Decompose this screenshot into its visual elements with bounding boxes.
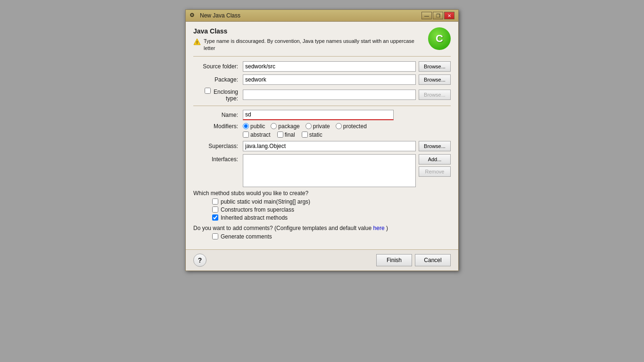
abstract-checkbox[interactable] — [243, 132, 249, 138]
generate-comments-label[interactable]: Generate comments — [221, 233, 272, 240]
stub-constructors-checkbox[interactable] — [212, 206, 218, 213]
dialog-title: New Java Class — [200, 12, 240, 19]
interfaces-label: Interfaces: — [193, 156, 243, 163]
stubs-options: public static void main(String[] args) C… — [212, 198, 451, 221]
stub-item-main: public static void main(String[] args) — [212, 198, 451, 205]
comments-section: Do you want to add comments? (Configure … — [193, 225, 451, 240]
package-label: Package: — [193, 76, 243, 83]
comments-text: Do you want to add comments? (Configure … — [193, 225, 451, 231]
interfaces-remove-button[interactable]: Remove — [419, 166, 451, 177]
name-row: Name: — [193, 110, 451, 120]
package-field: Browse... — [243, 74, 451, 85]
abstract-checkbox-item: abstract — [243, 132, 271, 138]
final-checkbox-item: final — [277, 132, 295, 138]
footer-buttons: Finish Cancel — [376, 254, 451, 266]
stubs-question: Which method stubs would you like to cre… — [193, 190, 451, 197]
enclosing-type-input[interactable] — [243, 90, 416, 100]
stub-main-label[interactable]: public static void main(String[] args) — [221, 198, 310, 205]
name-label: Name: — [193, 112, 243, 118]
package-input[interactable] — [243, 74, 416, 85]
name-input[interactable] — [243, 110, 394, 120]
public-radio-item[interactable]: public — [243, 123, 265, 130]
protected-radio-item[interactable]: protected — [336, 123, 367, 130]
protected-radio[interactable] — [336, 123, 342, 129]
modifiers-row: Modifiers: public package private protec… — [193, 123, 451, 130]
dialog-footer: ? Finish Cancel — [186, 249, 458, 271]
enclosing-type-browse-button[interactable]: Browse... — [419, 90, 451, 100]
divider-1 — [193, 106, 451, 106]
dialog-header: Java Class ! Type name is discouraged. B… — [193, 27, 451, 57]
final-label[interactable]: final — [285, 132, 295, 138]
interfaces-buttons: Add... Remove — [419, 154, 451, 187]
visibility-radio-group: public package private protected — [243, 123, 367, 130]
svg-text:!: ! — [197, 40, 198, 45]
dialog-icon: ⚙ — [190, 12, 197, 19]
stub-constructors-label[interactable]: Constructors from superclass — [221, 206, 294, 213]
stub-main-checkbox[interactable] — [212, 198, 218, 205]
enclosing-type-checkbox[interactable] — [205, 88, 211, 94]
interfaces-row: Interfaces: Add... Remove — [193, 154, 451, 187]
package-radio-label[interactable]: package — [278, 123, 299, 130]
source-folder-field: Browse... — [243, 61, 451, 72]
private-radio-item[interactable]: private — [305, 123, 330, 130]
header-left: Java Class ! Type name is discouraged. B… — [193, 27, 423, 52]
modifier-checkbox-group: abstract final static — [243, 132, 322, 138]
finish-button[interactable]: Finish — [376, 254, 412, 266]
cancel-button[interactable]: Cancel — [415, 254, 451, 266]
close-button[interactable]: ✕ — [444, 12, 454, 19]
interfaces-field: Add... Remove — [243, 154, 451, 187]
name-field — [243, 110, 451, 120]
private-radio-label[interactable]: private — [313, 123, 330, 130]
superclass-row: Superclass: Browse... — [193, 141, 451, 151]
superclass-field: Browse... — [243, 141, 451, 151]
header-title: Java Class — [193, 27, 423, 35]
source-folder-row: Source folder: Browse... — [193, 61, 451, 72]
source-folder-browse-button[interactable]: Browse... — [419, 61, 451, 72]
source-folder-label: Source folder: — [193, 63, 243, 70]
public-radio-label[interactable]: public — [250, 123, 265, 130]
warning-text: Type name is discouraged. By convention,… — [204, 38, 423, 52]
package-browse-button[interactable]: Browse... — [419, 74, 451, 85]
stub-item-abstract: Inherited abstract methods — [212, 214, 451, 221]
dialog-content: Java Class ! Type name is discouraged. B… — [186, 22, 458, 249]
new-java-class-dialog: ⚙ New Java Class — ❐ ✕ Java Class ! Type… — [185, 9, 459, 271]
interfaces-listbox[interactable] — [243, 154, 416, 187]
comments-link[interactable]: here — [373, 225, 385, 231]
superclass-browse-button[interactable]: Browse... — [419, 141, 451, 151]
restore-button[interactable]: ❐ — [433, 12, 443, 19]
modifiers-label: Modifiers: — [193, 123, 243, 130]
eclipse-logo: C — [428, 27, 451, 50]
title-bar-left: ⚙ New Java Class — [190, 12, 240, 19]
enclosing-type-label: Enclosing type: — [193, 88, 243, 102]
warning-row: ! Type name is discouraged. By conventio… — [193, 38, 423, 52]
protected-radio-label[interactable]: protected — [343, 123, 367, 130]
interfaces-add-button[interactable]: Add... — [419, 154, 451, 165]
title-bar: ⚙ New Java Class — ❐ ✕ — [186, 10, 458, 22]
package-radio[interactable] — [271, 123, 277, 129]
minimize-button[interactable]: — — [421, 12, 432, 19]
stub-item-constructors: Constructors from superclass — [212, 206, 451, 213]
final-checkbox[interactable] — [277, 132, 283, 138]
superclass-input[interactable] — [243, 141, 416, 151]
static-checkbox-item: static — [302, 132, 322, 138]
private-radio[interactable] — [305, 123, 312, 129]
static-label[interactable]: static — [309, 132, 322, 138]
source-folder-input[interactable] — [243, 61, 416, 72]
enclosing-type-row: Enclosing type: Browse... — [193, 88, 451, 102]
modifier-checkboxes-row: abstract final static — [193, 132, 451, 138]
help-button[interactable]: ? — [193, 254, 206, 267]
static-checkbox[interactable] — [302, 132, 308, 138]
generate-comments-checkbox[interactable] — [212, 233, 218, 239]
stubs-section: Which method stubs would you like to cre… — [193, 190, 451, 221]
package-radio-item[interactable]: package — [271, 123, 299, 130]
abstract-label[interactable]: abstract — [250, 132, 271, 138]
window-controls: — ❐ ✕ — [421, 12, 454, 19]
superclass-label: Superclass: — [193, 143, 243, 149]
enclosing-type-field: Browse... — [243, 90, 451, 100]
package-row: Package: Browse... — [193, 74, 451, 85]
warning-icon: ! — [193, 38, 201, 46]
stub-abstract-checkbox[interactable] — [212, 214, 218, 221]
stub-abstract-label[interactable]: Inherited abstract methods — [221, 214, 288, 221]
generate-comments-row: Generate comments — [212, 233, 451, 240]
public-radio[interactable] — [243, 123, 249, 129]
